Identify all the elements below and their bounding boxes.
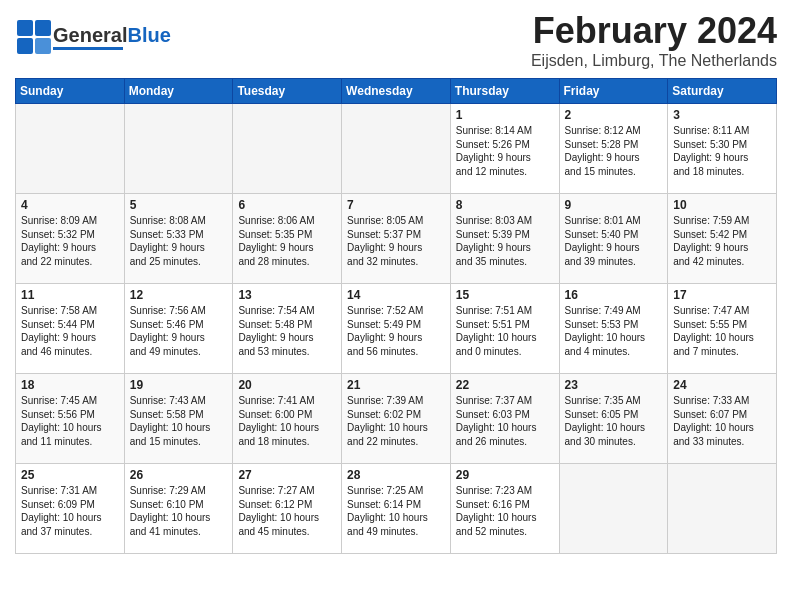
calendar-cell: 24Sunrise: 7:33 AM Sunset: 6:07 PM Dayli… [668,374,777,464]
day-info: Sunrise: 7:27 AM Sunset: 6:12 PM Dayligh… [238,484,336,538]
calendar-cell: 21Sunrise: 7:39 AM Sunset: 6:02 PM Dayli… [342,374,451,464]
calendar-cell: 20Sunrise: 7:41 AM Sunset: 6:00 PM Dayli… [233,374,342,464]
week-row-4: 25Sunrise: 7:31 AM Sunset: 6:09 PM Dayli… [16,464,777,554]
day-info: Sunrise: 7:25 AM Sunset: 6:14 PM Dayligh… [347,484,445,538]
day-info: Sunrise: 7:58 AM Sunset: 5:44 PM Dayligh… [21,304,119,358]
calendar-cell [124,104,233,194]
calendar-cell: 2Sunrise: 8:12 AM Sunset: 5:28 PM Daylig… [559,104,668,194]
day-info: Sunrise: 7:35 AM Sunset: 6:05 PM Dayligh… [565,394,663,448]
day-info: Sunrise: 7:37 AM Sunset: 6:03 PM Dayligh… [456,394,554,448]
calendar-cell [668,464,777,554]
calendar-table: SundayMondayTuesdayWednesdayThursdayFrid… [15,78,777,554]
day-number: 4 [21,198,119,212]
header-day-tuesday: Tuesday [233,79,342,104]
week-row-2: 11Sunrise: 7:58 AM Sunset: 5:44 PM Dayli… [16,284,777,374]
header-day-friday: Friday [559,79,668,104]
day-number: 24 [673,378,771,392]
day-number: 14 [347,288,445,302]
day-number: 8 [456,198,554,212]
calendar-cell: 3Sunrise: 8:11 AM Sunset: 5:30 PM Daylig… [668,104,777,194]
calendar-cell: 15Sunrise: 7:51 AM Sunset: 5:51 PM Dayli… [450,284,559,374]
calendar-cell: 23Sunrise: 7:35 AM Sunset: 6:05 PM Dayli… [559,374,668,464]
svg-rect-3 [35,38,51,54]
day-number: 3 [673,108,771,122]
day-number: 1 [456,108,554,122]
day-info: Sunrise: 7:47 AM Sunset: 5:55 PM Dayligh… [673,304,771,358]
day-info: Sunrise: 8:11 AM Sunset: 5:30 PM Dayligh… [673,124,771,178]
week-row-3: 18Sunrise: 7:45 AM Sunset: 5:56 PM Dayli… [16,374,777,464]
calendar-body: 1Sunrise: 8:14 AM Sunset: 5:26 PM Daylig… [16,104,777,554]
day-info: Sunrise: 8:01 AM Sunset: 5:40 PM Dayligh… [565,214,663,268]
day-number: 28 [347,468,445,482]
svg-rect-2 [17,38,33,54]
day-number: 17 [673,288,771,302]
day-number: 11 [21,288,119,302]
day-info: Sunrise: 7:31 AM Sunset: 6:09 PM Dayligh… [21,484,119,538]
day-info: Sunrise: 7:41 AM Sunset: 6:00 PM Dayligh… [238,394,336,448]
day-info: Sunrise: 8:14 AM Sunset: 5:26 PM Dayligh… [456,124,554,178]
day-number: 15 [456,288,554,302]
day-info: Sunrise: 7:39 AM Sunset: 6:02 PM Dayligh… [347,394,445,448]
calendar-cell: 4Sunrise: 8:09 AM Sunset: 5:32 PM Daylig… [16,194,125,284]
day-number: 23 [565,378,663,392]
calendar-cell: 1Sunrise: 8:14 AM Sunset: 5:26 PM Daylig… [450,104,559,194]
header-day-monday: Monday [124,79,233,104]
title-block: February 2024 Eijsden, Limburg, The Neth… [531,10,777,70]
week-row-1: 4Sunrise: 8:09 AM Sunset: 5:32 PM Daylig… [16,194,777,284]
calendar-header: SundayMondayTuesdayWednesdayThursdayFrid… [16,79,777,104]
logo-underline [53,47,123,50]
day-info: Sunrise: 8:08 AM Sunset: 5:33 PM Dayligh… [130,214,228,268]
calendar-cell: 19Sunrise: 7:43 AM Sunset: 5:58 PM Dayli… [124,374,233,464]
location-title: Eijsden, Limburg, The Netherlands [531,52,777,70]
day-number: 18 [21,378,119,392]
calendar-cell: 8Sunrise: 8:03 AM Sunset: 5:39 PM Daylig… [450,194,559,284]
header-row: SundayMondayTuesdayWednesdayThursdayFrid… [16,79,777,104]
calendar-cell: 14Sunrise: 7:52 AM Sunset: 5:49 PM Dayli… [342,284,451,374]
day-info: Sunrise: 7:45 AM Sunset: 5:56 PM Dayligh… [21,394,119,448]
day-number: 2 [565,108,663,122]
day-info: Sunrise: 7:52 AM Sunset: 5:49 PM Dayligh… [347,304,445,358]
day-info: Sunrise: 8:03 AM Sunset: 5:39 PM Dayligh… [456,214,554,268]
header-day-saturday: Saturday [668,79,777,104]
day-number: 27 [238,468,336,482]
day-number: 20 [238,378,336,392]
day-number: 16 [565,288,663,302]
day-info: Sunrise: 8:05 AM Sunset: 5:37 PM Dayligh… [347,214,445,268]
calendar-cell: 11Sunrise: 7:58 AM Sunset: 5:44 PM Dayli… [16,284,125,374]
calendar-cell: 10Sunrise: 7:59 AM Sunset: 5:42 PM Dayli… [668,194,777,284]
day-number: 19 [130,378,228,392]
day-number: 21 [347,378,445,392]
month-title: February 2024 [531,10,777,52]
week-row-0: 1Sunrise: 8:14 AM Sunset: 5:26 PM Daylig… [16,104,777,194]
day-info: Sunrise: 7:43 AM Sunset: 5:58 PM Dayligh… [130,394,228,448]
day-info: Sunrise: 8:06 AM Sunset: 5:35 PM Dayligh… [238,214,336,268]
header-day-wednesday: Wednesday [342,79,451,104]
calendar-cell [342,104,451,194]
day-number: 12 [130,288,228,302]
logo-blue-text: Blue [127,24,170,46]
day-info: Sunrise: 7:54 AM Sunset: 5:48 PM Dayligh… [238,304,336,358]
day-number: 25 [21,468,119,482]
day-number: 26 [130,468,228,482]
day-info: Sunrise: 7:29 AM Sunset: 6:10 PM Dayligh… [130,484,228,538]
calendar-cell: 9Sunrise: 8:01 AM Sunset: 5:40 PM Daylig… [559,194,668,284]
day-info: Sunrise: 7:51 AM Sunset: 5:51 PM Dayligh… [456,304,554,358]
day-number: 29 [456,468,554,482]
day-number: 6 [238,198,336,212]
day-number: 7 [347,198,445,212]
calendar-cell: 6Sunrise: 8:06 AM Sunset: 5:35 PM Daylig… [233,194,342,284]
calendar-cell [559,464,668,554]
logo-icon [15,18,53,56]
day-info: Sunrise: 7:23 AM Sunset: 6:16 PM Dayligh… [456,484,554,538]
calendar-cell: 7Sunrise: 8:05 AM Sunset: 5:37 PM Daylig… [342,194,451,284]
calendar-cell: 27Sunrise: 7:27 AM Sunset: 6:12 PM Dayli… [233,464,342,554]
day-info: Sunrise: 7:59 AM Sunset: 5:42 PM Dayligh… [673,214,771,268]
calendar-cell: 26Sunrise: 7:29 AM Sunset: 6:10 PM Dayli… [124,464,233,554]
page-header: GeneralBlue February 2024 Eijsden, Limbu… [15,10,777,70]
calendar-cell [233,104,342,194]
calendar-cell [16,104,125,194]
svg-rect-1 [35,20,51,36]
calendar-cell: 25Sunrise: 7:31 AM Sunset: 6:09 PM Dayli… [16,464,125,554]
calendar-cell: 12Sunrise: 7:56 AM Sunset: 5:46 PM Dayli… [124,284,233,374]
calendar-cell: 17Sunrise: 7:47 AM Sunset: 5:55 PM Dayli… [668,284,777,374]
